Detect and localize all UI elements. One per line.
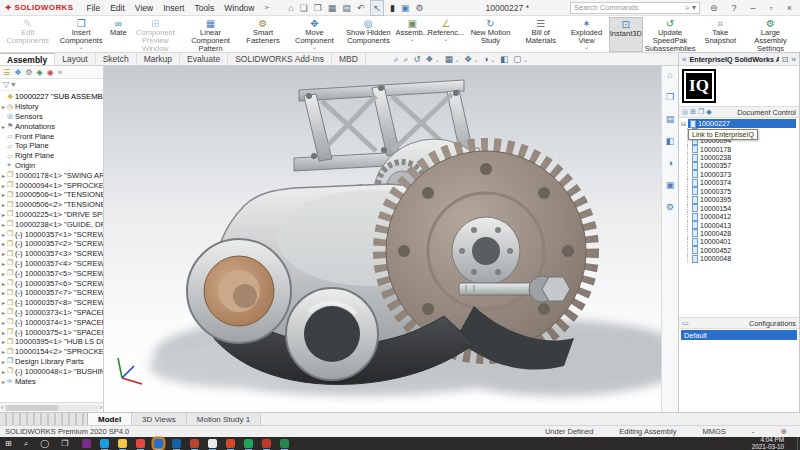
iq-document-item[interactable]: 10000412 xyxy=(681,212,799,220)
quick-access-icon[interactable]: ⚙ xyxy=(415,1,423,15)
taskbar-app-icon[interactable] xyxy=(280,439,289,448)
feature-manager-tab-icon[interactable]: ◈ xyxy=(37,68,43,77)
iq-document-item[interactable]: 10000154 xyxy=(681,204,799,212)
iq-document-item[interactable]: 10000452 xyxy=(681,246,799,254)
view-tool-icon[interactable]: ✥ xyxy=(465,54,479,64)
tree-item[interactable]: (-) 10000357<1> "SCREW, xyxy=(0,229,103,239)
command-button[interactable]: Large Assembly Settings xyxy=(743,17,798,52)
feature-manager-tab-icon[interactable]: ◉ xyxy=(47,68,54,77)
tree-item[interactable]: 10000395<1> "HUB LS DR xyxy=(0,337,103,347)
menu-item[interactable]: Edit xyxy=(105,3,130,13)
command-button[interactable]: Smart Fasteners xyxy=(238,17,288,52)
quick-access-icon[interactable]: ⌂ xyxy=(288,1,293,15)
tree-item[interactable]: (-) 10000357<8> "SCREW, xyxy=(0,298,103,308)
pin-panel-icon[interactable]: ⊡ xyxy=(782,55,789,64)
menu-item[interactable]: Tools xyxy=(189,3,219,13)
taskbar-app-icon[interactable] xyxy=(100,439,109,448)
tree-item[interactable]: 10000178<1> "SWING ARM xyxy=(0,170,103,180)
menu-item[interactable]: Window xyxy=(219,3,259,13)
taskbar-app-icon[interactable] xyxy=(208,439,217,448)
command-button[interactable]: Edit Components xyxy=(2,17,54,52)
iq-document-item[interactable]: 10000374 xyxy=(681,179,799,187)
iq-document-item[interactable]: 10000373 xyxy=(681,170,799,178)
tree-item[interactable]: 10000094<1> "SPROCKET, xyxy=(0,180,103,190)
tree-item[interactable]: (-) 10000048<1> "BUSHIN( xyxy=(0,366,103,376)
taskbar-system-icon[interactable]: ⊞ xyxy=(2,439,15,449)
ribbon-tab[interactable]: Markup xyxy=(137,53,180,65)
tree-item[interactable]: 10000506<1> "TENSIONER xyxy=(0,190,103,200)
taskbar-app-icon[interactable] xyxy=(82,439,91,448)
ribbon-tab[interactable]: MBD xyxy=(332,53,366,65)
task-pane-icon[interactable]: ▤ xyxy=(666,114,675,124)
command-button[interactable]: Referenc... xyxy=(428,17,463,52)
iq-document-item[interactable]: 10000048 xyxy=(681,255,799,263)
ribbon-tab[interactable]: Assembly xyxy=(0,53,55,65)
feature-manager-tab-icon[interactable]: ☰ xyxy=(3,68,10,77)
view-tool-icon[interactable]: ⌕ xyxy=(394,54,399,65)
tree-item[interactable]: 10000225<1> "DRIVE SPRC xyxy=(0,210,103,220)
taskbar-app-icon[interactable] xyxy=(118,439,127,448)
tree-filter[interactable]: ▽▾ xyxy=(0,79,103,91)
taskbar-app-icon[interactable] xyxy=(154,439,163,448)
assembly-model[interactable] xyxy=(104,66,661,412)
taskbar-system-icon[interactable]: ⌕ xyxy=(21,439,31,449)
task-pane-icon[interactable]: ◑ xyxy=(667,158,672,168)
units-icon[interactable]: ⊕ xyxy=(780,427,787,436)
menu-item[interactable]: File xyxy=(82,3,106,13)
question-icon[interactable]: ? xyxy=(728,3,741,13)
tree-item[interactable]: Annotations xyxy=(0,121,103,131)
quick-access-icon[interactable]: ↖ xyxy=(370,0,384,16)
tree-item[interactable]: 10000154<2> "SPROCKET xyxy=(0,347,103,357)
tree-item[interactable]: History xyxy=(0,102,103,112)
configuration-item[interactable]: Default xyxy=(681,330,797,340)
task-pane-icon[interactable]: ⚙ xyxy=(666,202,674,212)
tree-item[interactable]: Sensors xyxy=(0,112,103,122)
scroll-left-icon[interactable]: ‹ xyxy=(1,404,3,411)
quick-access-icon[interactable]: ▮ xyxy=(390,1,395,15)
task-pane-icon[interactable]: ▣ xyxy=(666,180,675,190)
command-button[interactable]: Component Preview Window xyxy=(128,17,183,52)
tree-item[interactable]: Mates xyxy=(0,376,103,386)
tree-item[interactable]: (-) 10000374<1> "SPACER, xyxy=(0,317,103,327)
tree-item[interactable]: (-) 10000375<1> "SPACER, xyxy=(0,327,103,337)
tree-item[interactable]: (-) 10000357<6> "SCREW, xyxy=(0,278,103,288)
ribbon-tab[interactable]: Evaluate xyxy=(180,53,228,65)
quick-access-icon[interactable]: ▦ xyxy=(328,1,337,15)
search-commands-box[interactable]: Search Commands ⌕ ▾ xyxy=(570,2,700,14)
minimize-button[interactable]: – xyxy=(747,3,760,13)
command-button[interactable]: Move Component xyxy=(288,17,341,52)
view-tool-icon[interactable]: ❖ xyxy=(426,54,440,64)
menu-item[interactable]: Insert xyxy=(158,3,189,13)
help-icon[interactable]: ⊜ xyxy=(706,3,722,13)
close-button[interactable]: × xyxy=(783,3,796,13)
view-tool-icon[interactable]: ◧ xyxy=(500,54,508,64)
command-button[interactable]: Linear Component Pattern xyxy=(183,17,238,52)
command-button[interactable]: Bill of Materials xyxy=(518,17,564,52)
feature-manager-tab-icon[interactable]: » xyxy=(58,68,62,77)
tree-item[interactable]: Front Plane xyxy=(0,131,103,141)
expand-panel-icon[interactable]: » xyxy=(792,55,796,64)
iq-document-item[interactable]: 10000428 xyxy=(681,229,799,237)
view-tool-icon[interactable]: ◑ xyxy=(483,54,495,64)
ribbon-tab[interactable]: SOLIDWORKS Add-Ins xyxy=(228,53,332,65)
tree-item[interactable]: (-) 10000357<7> "SCREW, xyxy=(0,288,103,298)
menu-item[interactable]: View xyxy=(130,3,158,13)
feature-manager-tab-icon[interactable]: ❖ xyxy=(14,68,21,77)
taskbar-app-icon[interactable] xyxy=(226,439,235,448)
iq-document-item[interactable]: 10000413 xyxy=(681,221,799,229)
tree-item[interactable]: Origin xyxy=(0,161,103,171)
tree-item[interactable]: 10000506<2> "TENSIONER xyxy=(0,200,103,210)
splitter-handle[interactable] xyxy=(0,413,88,425)
bottom-tab[interactable]: 3D Views xyxy=(132,413,187,425)
task-pane-icon[interactable]: ◧ xyxy=(666,136,675,146)
ribbon-tab[interactable]: Sketch xyxy=(96,53,137,65)
tree-item[interactable]: (-) 10000373<1> "SPACER, xyxy=(0,308,103,318)
scroll-right-icon[interactable]: › xyxy=(100,404,102,411)
task-pane-icon[interactable]: ⌂ xyxy=(667,70,672,80)
taskbar-system-icon[interactable]: ◯ xyxy=(37,439,52,449)
taskbar-app-icon[interactable] xyxy=(136,439,145,448)
pin-menu-icon[interactable]: ➣ xyxy=(263,3,270,12)
document-control-icon[interactable]: ❒ xyxy=(698,108,704,116)
tree-root-item[interactable]: 10000227 "SUB ASSEMBLY, LH xyxy=(0,92,103,102)
command-button[interactable]: Mate xyxy=(109,17,128,52)
